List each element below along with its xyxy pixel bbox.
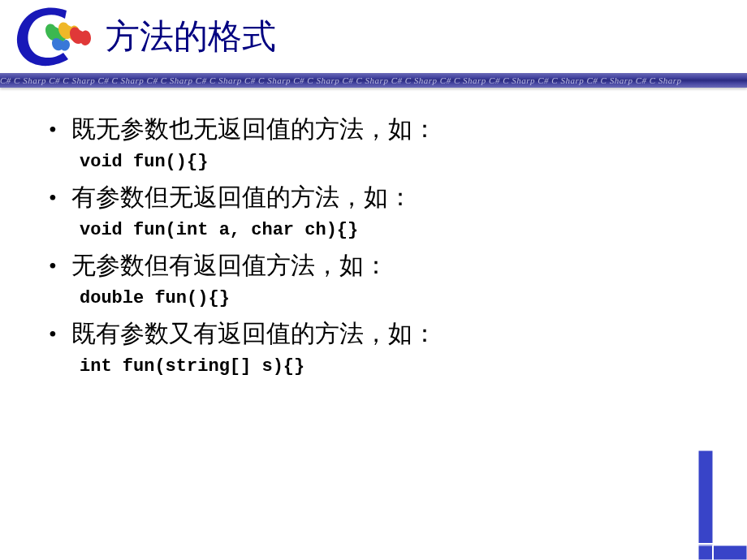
- svg-rect-0: [698, 450, 713, 560]
- corner-decoration: [698, 450, 747, 560]
- slide-header: 方法的格式: [0, 0, 747, 73]
- bullet-text: 既无参数也无返回值的方法，如：: [71, 110, 437, 147]
- svg-rect-1: [698, 450, 713, 560]
- list-item: • 既无参数也无返回值的方法，如： void fun(){}: [49, 110, 715, 172]
- bullet-icon: •: [49, 318, 57, 350]
- bullet-icon: •: [49, 182, 57, 213]
- slide-content: • 既无参数也无返回值的方法，如： void fun(){} • 有参数但无返回…: [0, 88, 747, 399]
- svg-rect-3: [698, 545, 747, 560]
- logo: [8, 4, 97, 69]
- bullet-icon: •: [49, 114, 57, 145]
- code-snippet: int fun(string[] s){}: [80, 356, 715, 377]
- code-snippet: double fun(){}: [80, 288, 715, 308]
- bullet-icon: •: [49, 250, 57, 282]
- bullet-text: 既有参数又有返回值的方法，如：: [71, 315, 437, 351]
- list-item: • 无参数但有返回值方法，如： double fun(){}: [49, 247, 715, 308]
- list-item: • 既有参数又有返回值的方法，如： int fun(string[] s){}: [49, 315, 715, 377]
- svg-rect-4: [698, 545, 747, 560]
- code-snippet: void fun(){}: [80, 152, 715, 172]
- divider-text: C# C Sharp C# C Sharp C# C Sharp C# C Sh…: [0, 73, 747, 88]
- svg-rect-5: [698, 545, 747, 560]
- bullet-text: 有参数但无返回值的方法，如：: [71, 179, 412, 215]
- slide-title: 方法的格式: [106, 14, 276, 59]
- divider-bar: C# C Sharp C# C Sharp C# C Sharp C# C Sh…: [0, 73, 747, 88]
- code-snippet: void fun(int a, char ch){}: [80, 220, 715, 240]
- list-item: • 有参数但无返回值的方法，如： void fun(int a, char ch…: [49, 179, 715, 240]
- bullet-text: 无参数但有返回值方法，如：: [71, 247, 388, 283]
